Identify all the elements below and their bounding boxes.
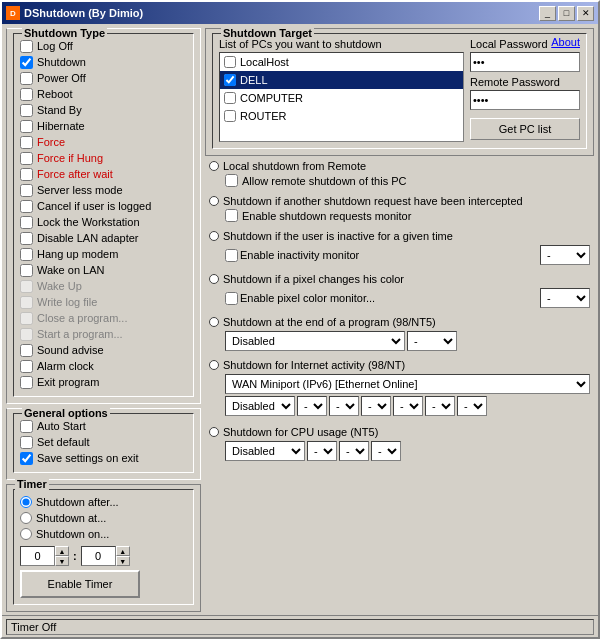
listbox-computer-check[interactable] <box>224 92 236 104</box>
checkbox-startprogram-input[interactable] <box>20 328 33 341</box>
checkbox-standby-input[interactable] <box>20 104 33 117</box>
checkbox-setdefault[interactable]: Set default <box>20 434 187 450</box>
checkbox-canceluser[interactable]: Cancel if user is logged <box>20 198 187 214</box>
program-select2[interactable]: - <box>407 331 457 351</box>
checkbox-savesettings-input[interactable] <box>20 452 33 465</box>
cpu-select2[interactable]: - <box>307 441 337 461</box>
internet-select1[interactable]: Disabled <box>225 396 295 416</box>
listbox-dell[interactable]: DELL <box>220 71 463 89</box>
radio-shutdown-on[interactable]: Shutdown on... <box>20 526 187 542</box>
checkbox-forceafter[interactable]: Force after wait <box>20 166 187 182</box>
internet-select4[interactable]: - <box>361 396 391 416</box>
radio-shutdown-at[interactable]: Shutdown at... <box>20 510 187 526</box>
checkbox-hibernate[interactable]: Hibernate <box>20 118 187 134</box>
checkbox-writelog-input[interactable] <box>20 296 33 309</box>
cpu-select4[interactable]: - <box>371 441 401 461</box>
pixel-check[interactable] <box>225 292 238 305</box>
checkbox-wakeup-input[interactable] <box>20 280 33 293</box>
checkbox-serverless-input[interactable] <box>20 184 33 197</box>
checkbox-lockws-input[interactable] <box>20 216 33 229</box>
listbox-dell-check[interactable] <box>224 74 236 86</box>
local-shutdown-check[interactable] <box>225 174 238 187</box>
listbox-router[interactable]: ROUTER <box>220 107 463 125</box>
checkbox-hangup-input[interactable] <box>20 248 33 261</box>
checkbox-forceafter-input[interactable] <box>20 168 33 181</box>
internet-select5[interactable]: - <box>393 396 423 416</box>
checkbox-writelog[interactable]: Write log file <box>20 294 187 310</box>
checkbox-closeprogram-input[interactable] <box>20 312 33 325</box>
checkbox-logoff-input[interactable] <box>20 40 33 53</box>
checkbox-disablelan-input[interactable] <box>20 232 33 245</box>
internet-wan-select[interactable]: WAN Miniport (IPv6) [Ethernet Online] <box>225 374 590 394</box>
hours-up-button[interactable]: ▲ <box>55 546 69 556</box>
radio-shutdown-on-input[interactable] <box>20 528 32 540</box>
checkbox-wakeonlan[interactable]: Wake on LAN <box>20 262 187 278</box>
listbox-localhost-check[interactable] <box>224 56 236 68</box>
close-button[interactable]: ✕ <box>577 6 594 21</box>
enable-timer-button[interactable]: Enable Timer <box>20 570 140 598</box>
program-select1[interactable]: Disabled <box>225 331 405 351</box>
internet-select6[interactable]: - <box>425 396 455 416</box>
checkbox-serverless[interactable]: Server less mode <box>20 182 187 198</box>
listbox-router-check[interactable] <box>224 110 236 122</box>
minimize-button[interactable]: _ <box>539 6 556 21</box>
checkbox-hibernate-input[interactable] <box>20 120 33 133</box>
radio-shutdown-after-input[interactable] <box>20 496 32 508</box>
checkbox-force[interactable]: Force <box>20 134 187 150</box>
checkbox-hangup[interactable]: Hang up modem <box>20 246 187 262</box>
about-link[interactable]: About <box>551 36 580 48</box>
checkbox-wakeonlan-input[interactable] <box>20 264 33 277</box>
remote-password-input[interactable] <box>470 90 580 110</box>
inactive-check[interactable] <box>225 249 238 262</box>
hours-down-button[interactable]: ▼ <box>55 556 69 566</box>
checkbox-alarm-input[interactable] <box>20 360 33 373</box>
checkbox-autostart[interactable]: Auto Start <box>20 418 187 434</box>
checkbox-startprogram[interactable]: Start a program... <box>20 326 187 342</box>
checkbox-shutdown-input[interactable] <box>20 56 33 69</box>
local-password-input[interactable] <box>470 52 580 72</box>
checkbox-savesettings[interactable]: Save settings on exit <box>20 450 187 466</box>
checkbox-reboot-input[interactable] <box>20 88 33 101</box>
internet-select7[interactable]: - <box>457 396 487 416</box>
checkbox-setdefault-input[interactable] <box>20 436 33 449</box>
checkbox-sound[interactable]: Sound advise <box>20 342 187 358</box>
checkbox-canceluser-input[interactable] <box>20 200 33 213</box>
pixel-select[interactable]: - <box>540 288 590 308</box>
checkbox-forcehung-input[interactable] <box>20 152 33 165</box>
checkbox-alarm[interactable]: Alarm clock <box>20 358 187 374</box>
cpu-select1[interactable]: Disabled <box>225 441 305 461</box>
minutes-input[interactable] <box>81 546 116 566</box>
checkbox-logoff[interactable]: Log Off <box>20 38 187 54</box>
internet-select2[interactable]: - <box>297 396 327 416</box>
minutes-up-button[interactable]: ▲ <box>116 546 130 556</box>
checkbox-closeprogram[interactable]: Close a program... <box>20 310 187 326</box>
checkbox-reboot[interactable]: Reboot <box>20 86 187 102</box>
minutes-spinner: ▲ ▼ <box>81 546 130 566</box>
checkbox-poweroff[interactable]: Power Off <box>20 70 187 86</box>
maximize-button[interactable]: □ <box>558 6 575 21</box>
checkbox-exit-input[interactable] <box>20 376 33 389</box>
internet-select3[interactable]: - <box>329 396 359 416</box>
checkbox-standby[interactable]: Stand By <box>20 102 187 118</box>
checkbox-shutdown[interactable]: Shutdown <box>20 54 187 70</box>
hours-input[interactable] <box>20 546 55 566</box>
cpu-select3[interactable]: - <box>339 441 369 461</box>
inactive-select[interactable]: - <box>540 245 590 265</box>
listbox-computer[interactable]: COMPUTER <box>220 89 463 107</box>
checkbox-wakeup[interactable]: Wake Up <box>20 278 187 294</box>
minutes-down-button[interactable]: ▼ <box>116 556 130 566</box>
checkbox-disablelan[interactable]: Disable LAN adapter <box>20 230 187 246</box>
get-pc-button[interactable]: Get PC list <box>470 118 580 140</box>
checkbox-lockws[interactable]: Lock the Workstation <box>20 214 187 230</box>
radio-shutdown-at-input[interactable] <box>20 512 32 524</box>
internet-header: Shutdown for Internet activity (98/NT) <box>205 358 594 372</box>
listbox-localhost[interactable]: LocalHost <box>220 53 463 71</box>
radio-shutdown-after[interactable]: Shutdown after... <box>20 494 187 510</box>
checkbox-sound-input[interactable] <box>20 344 33 357</box>
intercepted-check[interactable] <box>225 209 238 222</box>
checkbox-autostart-input[interactable] <box>20 420 33 433</box>
checkbox-forcehung[interactable]: Force if Hung <box>20 150 187 166</box>
checkbox-poweroff-input[interactable] <box>20 72 33 85</box>
checkbox-exit[interactable]: Exit program <box>20 374 187 390</box>
checkbox-force-input[interactable] <box>20 136 33 149</box>
